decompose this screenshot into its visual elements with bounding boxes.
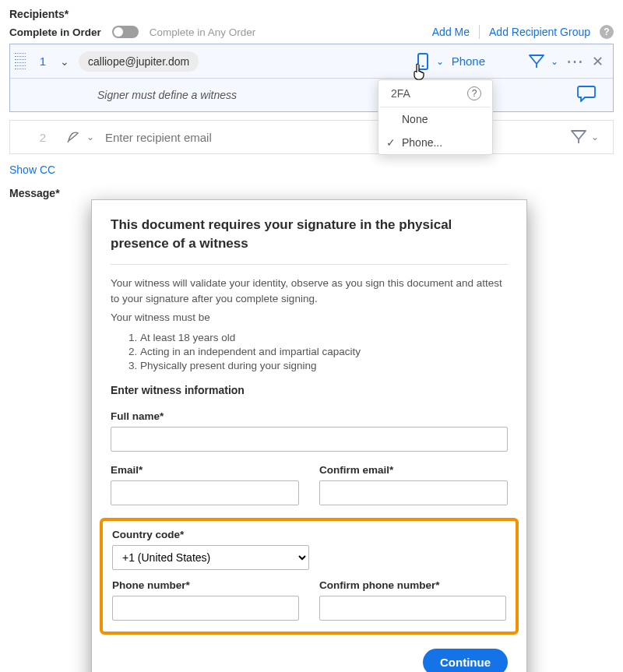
chevron-down-icon[interactable]: ⌄ <box>591 132 599 142</box>
dropdown-item-phone[interactable]: Phone... <box>378 131 492 154</box>
enter-info-heading: Enter witness information <box>111 384 508 396</box>
drag-handle-icon[interactable] <box>15 53 26 70</box>
add-me-link[interactable]: Add Me <box>432 26 470 38</box>
remove-recipient-icon[interactable]: ✕ <box>592 53 604 70</box>
complete-any-order-label: Complete in Any Order <box>150 26 256 38</box>
chevron-down-icon[interactable]: ⌄ <box>60 55 69 68</box>
recipient-number: 2 <box>32 131 54 144</box>
message-heading: Message <box>9 187 614 199</box>
recipient-1-witness-row: Signer must define a witness ⌄ Phone <box>10 79 613 111</box>
recipient-1-row: 1 ⌄ calliope@jupiter.dom ⌄ Phone ⌄ ⋯ ✕ <box>10 44 613 79</box>
separator <box>479 25 480 39</box>
phone-section-highlight: Country code +1 (United States) Phone nu… <box>100 518 519 635</box>
witness-modal: This document requires your signature in… <box>91 199 527 672</box>
order-toggle-row: Complete in Order Complete in Any Order … <box>9 25 614 39</box>
dropdown-header: 2FA ? <box>380 80 491 107</box>
recipient-email-pill[interactable]: calliope@jupiter.dom <box>79 51 199 72</box>
email-label: Email <box>111 464 299 476</box>
delivery-icon[interactable] <box>571 130 585 144</box>
recipient-1-block: 1 ⌄ calliope@jupiter.dom ⌄ Phone ⌄ ⋯ ✕ S… <box>9 44 614 112</box>
list-item: Physically present during your signing <box>140 360 508 371</box>
phone-icon <box>417 53 428 70</box>
chevron-down-icon[interactable]: ⌄ <box>86 132 94 142</box>
complete-in-order-label: Complete in Order <box>9 26 101 38</box>
delivery-icon[interactable] <box>529 55 543 69</box>
message-icon[interactable] <box>577 85 596 102</box>
confirm-email-input[interactable] <box>319 480 508 505</box>
help-icon[interactable]: ? <box>600 25 614 39</box>
country-code-select[interactable]: +1 (United States) <box>112 545 309 570</box>
recipient-number: 1 <box>32 55 54 68</box>
phone-number-input[interactable] <box>112 596 299 621</box>
full-name-label: Full name <box>111 410 508 422</box>
dropdown-item-none[interactable]: None <box>378 107 492 131</box>
auth-dropdown-menu: 2FA ? None Phone... <box>378 79 493 155</box>
recipient-email-input[interactable] <box>104 130 571 145</box>
pen-icon[interactable] <box>66 128 82 146</box>
confirm-phone-input[interactable] <box>319 596 506 621</box>
phone-number-label: Phone number <box>112 579 299 591</box>
modal-intro-1: Your witness will validate your identity… <box>111 276 508 308</box>
list-item: At least 18 years old <box>140 332 508 343</box>
confirm-phone-label: Confirm phone number <box>319 579 506 591</box>
show-cc-link[interactable]: Show CC <box>9 164 55 176</box>
help-icon[interactable]: ? <box>467 86 481 100</box>
country-code-label: Country code <box>112 529 506 540</box>
continue-button[interactable]: Continue <box>423 649 508 672</box>
modal-intro-2: Your witness must be <box>111 310 508 325</box>
chevron-down-icon[interactable]: ⌄ <box>551 56 558 67</box>
add-recipient-group-link[interactable]: Add Recipient Group <box>489 26 590 38</box>
witness-note: Signer must define a witness <box>97 89 237 101</box>
witness-requirements-list: At least 18 years old Acting in an indep… <box>126 332 508 371</box>
list-item: Acting in an independent and impartial c… <box>140 346 508 357</box>
recipients-heading: Recipients <box>9 8 614 20</box>
phone-auth-label[interactable]: Phone <box>452 55 485 68</box>
recipient-2-row: 2 ⌄ ⌄ <box>9 120 614 154</box>
order-toggle[interactable] <box>112 26 139 38</box>
modal-title: This document requires your signature in… <box>111 216 508 253</box>
more-options-icon[interactable]: ⋯ <box>566 58 584 65</box>
confirm-email-label: Confirm email <box>319 464 508 476</box>
divider <box>111 264 508 265</box>
email-input[interactable] <box>111 480 299 505</box>
chevron-down-icon[interactable]: ⌄ <box>436 56 444 67</box>
full-name-input[interactable] <box>111 427 508 452</box>
